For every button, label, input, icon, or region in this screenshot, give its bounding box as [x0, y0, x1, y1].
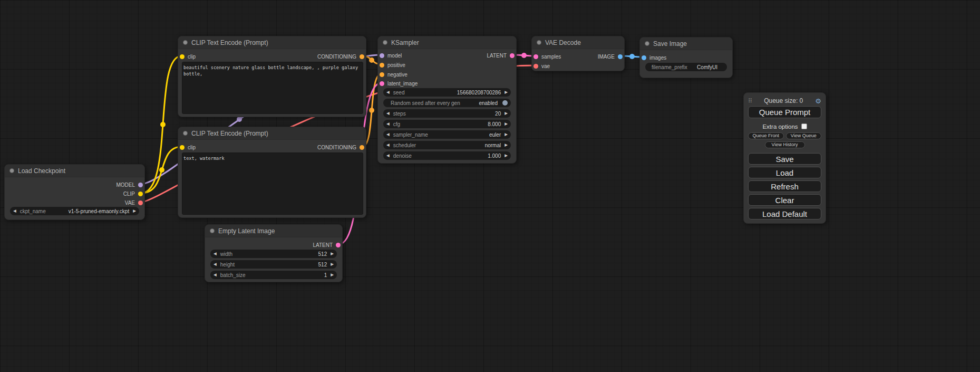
widget-sampler-name[interactable]: ◀ sampler_name euler ▶	[383, 130, 511, 139]
increment-arrow-icon[interactable]: ▶	[331, 252, 334, 256]
widget-width[interactable]: ◀ width 512 ▶	[210, 250, 337, 258]
widget-batch-size[interactable]: ◀ batch_size 1 ▶	[210, 271, 337, 279]
queue-prompt-button[interactable]: Queue Prompt	[748, 106, 821, 118]
slot-label: images	[649, 55, 666, 61]
widget-value: v1-5-pruned-emaonly.ckpt	[48, 208, 130, 214]
clear-button[interactable]: Clear	[748, 194, 821, 206]
latent-image-input-dot[interactable]	[380, 81, 384, 86]
model-input-dot[interactable]	[380, 53, 384, 58]
widget-denoise[interactable]: ◀ denoise 1.000 ▶	[383, 151, 511, 160]
load-button[interactable]: Load	[748, 167, 821, 178]
images-input-dot[interactable]	[642, 55, 646, 60]
model-output-dot[interactable]	[138, 183, 143, 187]
input-slot-samples: samples	[533, 54, 561, 60]
output-slot-conditioning: CONDITIONING	[317, 54, 364, 60]
graph-canvas[interactable]: Load Checkpoint MODEL CLIP VAE ◀ ckpt_na…	[0, 0, 980, 372]
node-title: VAE Decode	[545, 39, 581, 46]
widget-name: denoise	[393, 153, 412, 159]
latent-output-dot[interactable]	[510, 53, 515, 58]
clip-output-dot[interactable]	[138, 192, 143, 196]
negative-prompt-textarea[interactable]: text, watermark	[182, 152, 363, 215]
widget-height[interactable]: ◀ height 512 ▶	[210, 260, 337, 269]
view-history-button[interactable]: View History	[765, 141, 805, 148]
widget-seed[interactable]: ◀ seed 156680208700286 ▶	[383, 88, 511, 97]
clip-input-dot[interactable]	[180, 54, 185, 59]
save-button[interactable]: Save	[748, 153, 821, 165]
collapse-dot-icon[interactable]	[537, 40, 541, 45]
widget-value: normal	[418, 142, 501, 148]
decrement-arrow-icon[interactable]: ◀	[386, 143, 390, 147]
collapse-dot-icon[interactable]	[183, 131, 188, 136]
increment-arrow-icon[interactable]: ▶	[504, 154, 508, 158]
widget-ckpt-name[interactable]: ◀ ckpt_name v1-5-pruned-emaonly.ckpt ▶	[10, 207, 139, 215]
refresh-button[interactable]: Refresh	[748, 180, 821, 192]
samples-input-dot[interactable]	[533, 54, 538, 59]
collapse-dot-icon[interactable]	[210, 228, 215, 233]
decrement-arrow-icon[interactable]: ◀	[386, 111, 390, 116]
input-slot-vae: vae	[532, 62, 624, 70]
widget-name: sampler_name	[393, 132, 428, 138]
decrement-arrow-icon[interactable]: ◀	[386, 132, 390, 137]
load-default-button[interactable]: Load Default	[748, 208, 821, 220]
increment-arrow-icon[interactable]: ▶	[504, 132, 508, 137]
collapse-dot-icon[interactable]	[183, 40, 188, 45]
clip-input-dot[interactable]	[180, 145, 185, 150]
decrement-arrow-icon[interactable]: ◀	[13, 209, 16, 213]
settings-gear-icon[interactable]: ⚙	[815, 98, 821, 104]
wire-clip-positive	[141, 56, 182, 193]
positive-input-dot[interactable]	[380, 63, 384, 68]
node-title-bar[interactable]: CLIP Text Encode (Prompt)	[178, 36, 366, 49]
increment-arrow-icon[interactable]: ▶	[504, 143, 508, 147]
widget-filename-prefix[interactable]: filename_prefix ComfyUI	[645, 63, 727, 71]
widget-name: scheduler	[393, 142, 416, 148]
negative-input-dot[interactable]	[380, 72, 384, 77]
output-slot-image: IMAGE	[598, 54, 623, 60]
view-queue-button[interactable]: View Queue	[786, 132, 822, 139]
conditioning-output-dot[interactable]	[360, 145, 364, 150]
output-slot-latent: LATENT	[487, 53, 515, 59]
decrement-arrow-icon[interactable]: ◀	[386, 122, 390, 126]
increment-arrow-icon[interactable]: ▶	[331, 273, 334, 277]
node-title-bar[interactable]: Load Checkpoint	[5, 165, 144, 177]
node-title-bar[interactable]: CLIP Text Encode (Prompt)	[178, 127, 366, 140]
decrement-arrow-icon[interactable]: ◀	[386, 154, 390, 158]
decrement-arrow-icon[interactable]: ◀	[214, 273, 217, 277]
link-midpoint-dot	[369, 108, 374, 113]
node-title-bar[interactable]: KSampler	[378, 36, 516, 49]
decrement-arrow-icon[interactable]: ◀	[214, 262, 217, 266]
widget-steps[interactable]: ◀ steps 20 ▶	[383, 109, 511, 118]
node-title-bar[interactable]: Save Image	[640, 37, 732, 50]
positive-prompt-textarea[interactable]: beautiful scenery nature glass bottle la…	[182, 62, 363, 114]
node-title: CLIP Text Encode (Prompt)	[191, 39, 268, 46]
vae-input-dot[interactable]	[533, 64, 538, 69]
increment-arrow-icon[interactable]: ▶	[504, 111, 508, 116]
widget-scheduler[interactable]: ◀ scheduler normal ▶	[383, 141, 511, 149]
collapse-dot-icon[interactable]	[645, 41, 649, 46]
input-slot-clip: clip	[180, 54, 196, 60]
increment-arrow-icon[interactable]: ▶	[504, 122, 508, 126]
increment-arrow-icon[interactable]: ▶	[331, 262, 334, 266]
vae-output-dot[interactable]	[138, 201, 143, 205]
slot-label: model	[387, 53, 402, 59]
drag-handle-icon[interactable]: ⠿	[748, 98, 752, 104]
node-title-bar[interactable]: VAE Decode	[532, 36, 624, 49]
increment-arrow-icon[interactable]: ▶	[133, 209, 136, 213]
image-output-dot[interactable]	[618, 54, 623, 59]
decrement-arrow-icon[interactable]: ◀	[214, 252, 217, 256]
node-title-bar[interactable]: Empty Latent Image	[205, 225, 342, 237]
increment-arrow-icon[interactable]: ▶	[504, 90, 508, 94]
latent-output-dot[interactable]	[336, 243, 341, 247]
extra-options-checkbox[interactable]	[801, 123, 807, 129]
collapse-dot-icon[interactable]	[9, 168, 14, 173]
widget-cfg[interactable]: ◀ cfg 8.000 ▶	[383, 120, 511, 128]
random-seed-toggle-icon[interactable]	[502, 100, 508, 106]
decrement-arrow-icon[interactable]: ◀	[386, 90, 390, 94]
collapse-dot-icon[interactable]	[383, 40, 387, 45]
node-title: Empty Latent Image	[218, 227, 275, 235]
queue-front-button[interactable]: Queue Front	[748, 132, 784, 139]
queue-buttons-row: Queue Front View Queue	[748, 132, 821, 139]
widget-random-seed[interactable]: Random seed after every gen enabled	[383, 99, 511, 107]
slot-label: clip	[188, 145, 196, 150]
widget-value: 1	[248, 272, 327, 278]
conditioning-output-dot[interactable]	[360, 54, 364, 59]
